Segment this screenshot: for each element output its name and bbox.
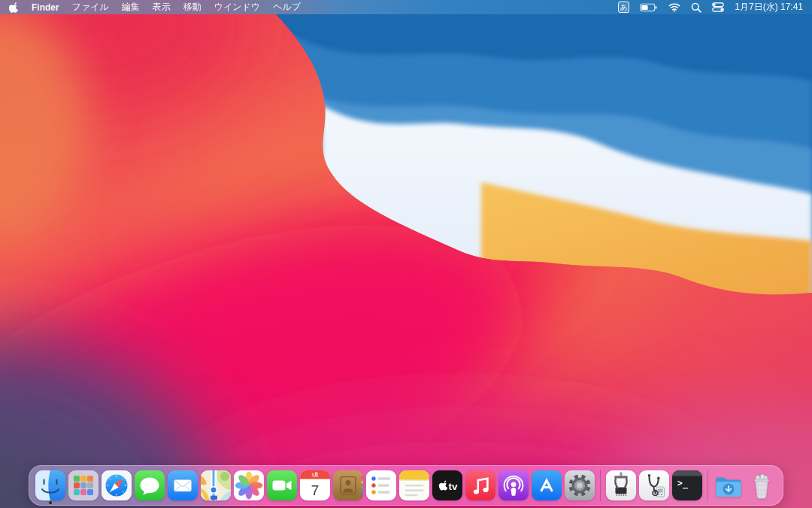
dock-mail[interactable] (168, 470, 198, 500)
battery-icon[interactable] (640, 3, 658, 12)
menu-go[interactable]: 移動 (183, 1, 201, 14)
menu-edit[interactable]: 編集 (122, 1, 140, 14)
menu-view[interactable]: 表示 (153, 1, 171, 14)
wifi-icon[interactable] (668, 2, 680, 12)
dock-music[interactable] (465, 470, 495, 500)
spotlight-search-icon[interactable] (691, 2, 701, 13)
dock-chip-utility[interactable] (606, 470, 636, 500)
dock-contacts[interactable] (333, 470, 363, 500)
menu-file[interactable]: ファイル (72, 1, 109, 14)
terminal-prompt: >_ (677, 478, 688, 489)
menu-bar: Finder ファイル 編集 表示 移動 ウインドウ ヘルプ あ (0, 0, 812, 14)
dock-notes[interactable] (399, 470, 429, 500)
dock-podcasts[interactable] (498, 470, 529, 500)
dock-finder[interactable] (35, 470, 65, 500)
input-method-indicator[interactable]: あ (618, 2, 629, 13)
dock-app-store[interactable] (532, 470, 562, 500)
calendar-month-label: 1月 (311, 472, 319, 478)
dock-tv[interactable]: tv (432, 470, 462, 500)
dock-maps[interactable] (201, 470, 231, 500)
dock-calendar[interactable]: 1月 7 (300, 470, 330, 500)
ime-label: あ (620, 4, 628, 11)
menu-bar-clock[interactable]: 1月7日(水) 17:41 (735, 1, 803, 14)
running-indicator (49, 501, 52, 504)
calendar-day-label: 7 (311, 482, 320, 498)
dock-terminal[interactable]: >_ (672, 470, 702, 500)
menu-help[interactable]: ヘルプ (273, 1, 301, 14)
dock-separator (707, 470, 708, 501)
wallpaper (0, 0, 812, 508)
dock-trash[interactable] (747, 470, 777, 500)
dock-downloads-folder[interactable] (714, 470, 744, 500)
dock-messages[interactable] (135, 470, 165, 500)
dock-system-preferences[interactable] (565, 470, 595, 500)
dock-photos[interactable] (234, 470, 264, 500)
tv-label: tv (449, 481, 458, 492)
menu-window[interactable]: ウインドウ (214, 1, 260, 14)
dock-facetime[interactable] (267, 470, 297, 500)
dock-reminders[interactable] (366, 470, 396, 500)
dock: 1月 7 (29, 465, 783, 506)
dock-launchpad[interactable] (68, 470, 98, 500)
dock-separator (600, 470, 601, 501)
control-center-icon[interactable] (712, 2, 724, 12)
dock-diagnostics-utility[interactable] (639, 470, 669, 500)
dock-safari[interactable] (102, 470, 132, 500)
apple-menu-icon[interactable] (9, 2, 19, 13)
desktop: Finder ファイル 編集 表示 移動 ウインドウ ヘルプ あ (0, 0, 812, 508)
active-app-name[interactable]: Finder (32, 2, 59, 13)
